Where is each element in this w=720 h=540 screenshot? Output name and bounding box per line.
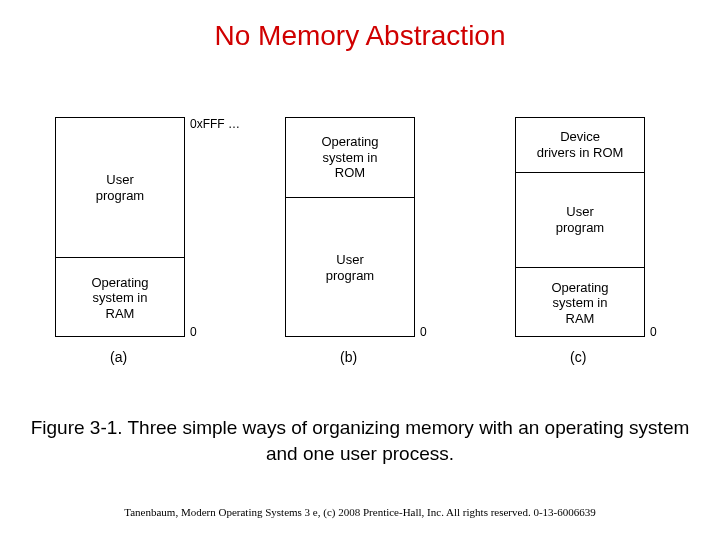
label-a: (a): [110, 349, 127, 365]
label-c: (c): [570, 349, 586, 365]
block-a-user-program: Userprogram: [56, 118, 184, 258]
addr-zero-b: 0: [420, 325, 427, 339]
block-a-os-ram: Operatingsystem inRAM: [56, 258, 184, 338]
addr-zero-a: 0: [190, 325, 197, 339]
block-c-user-program: Userprogram: [516, 173, 644, 268]
memory-block-c: Devicedrivers in ROM Userprogram Operati…: [515, 117, 645, 337]
addr-top-label: 0xFFF …: [190, 117, 240, 131]
block-b-os-rom: Operatingsystem inROM: [286, 118, 414, 198]
figure-caption: Figure 3-1. Three simple ways of organiz…: [20, 415, 700, 466]
block-b-user-program: Userprogram: [286, 198, 414, 338]
slide-title: No Memory Abstraction: [0, 0, 720, 52]
memory-block-b: Operatingsystem inROM Userprogram: [285, 117, 415, 337]
block-c-os-ram: Operatingsystem inRAM: [516, 268, 644, 338]
block-c-device-drivers: Devicedrivers in ROM: [516, 118, 644, 173]
label-b: (b): [340, 349, 357, 365]
addr-zero-c: 0: [650, 325, 657, 339]
copyright-footer: Tanenbaum, Modern Operating Systems 3 e,…: [0, 506, 720, 518]
memory-diagram: 0xFFF … Userprogram Operatingsystem inRA…: [0, 87, 720, 397]
memory-block-a: Userprogram Operatingsystem inRAM: [55, 117, 185, 337]
